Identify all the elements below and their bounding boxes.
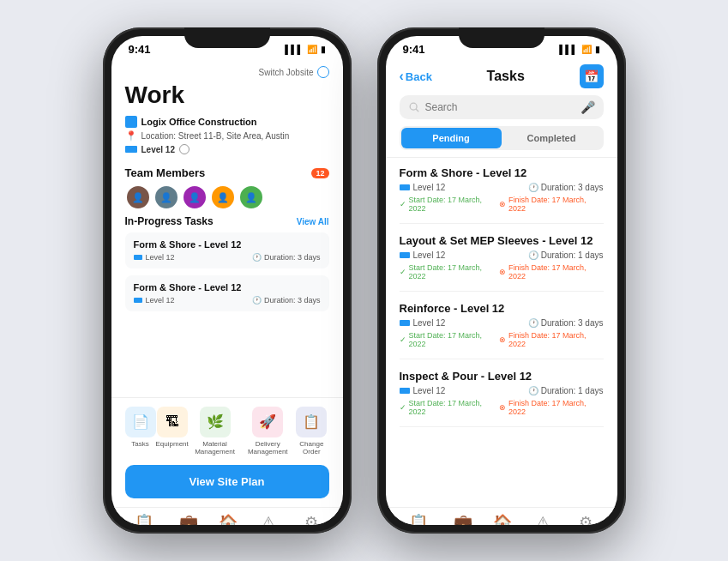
company-icon (125, 116, 137, 128)
tab-bar: Pending Completed (400, 126, 604, 150)
view-all-link[interactable]: View All (297, 217, 329, 226)
task-item-2-start: ✓ Start Date: 17 March, 2022 (400, 263, 500, 280)
action-tasks-label: Tasks (131, 440, 148, 449)
material-icon-box: 🌿 (200, 407, 231, 437)
task-item-4-finish-text: Finish Date: 17 March, 2022 (508, 399, 603, 416)
task-2-meta: Level 12 🕐 Duration: 3 days (134, 296, 321, 305)
avatar-4: 👤 (210, 184, 236, 210)
team-avatars: 👤 👤 👤 👤 👤 (125, 184, 329, 210)
issues-icon-2: ⚠ (536, 513, 550, 525)
nav-work-1[interactable]: 💼 Work (179, 513, 198, 525)
battery-icon-2: ▮ (595, 45, 600, 54)
nav-work-2[interactable]: 💼 Work (454, 513, 472, 525)
task-item-3-meta: Level 12 🕐 Duration: 3 days (400, 318, 604, 328)
clock-4: 🕐 (528, 250, 538, 260)
nav-issues-2[interactable]: ⚠ Issues (532, 513, 552, 525)
task-item-2[interactable]: Layout & Set MEP Sleeves - Level 12 Leve… (400, 234, 604, 292)
task-item-4-level: Level 12 (400, 386, 446, 395)
bottom-nav-1: 📋 Time Log 💼 Work 🏠 Home ⚠ Issues (111, 507, 343, 525)
search-bar[interactable]: 🎤 (400, 95, 604, 119)
task-item-1-level-text: Level 12 (413, 183, 446, 192)
action-equipment[interactable]: 🏗 Equipment (156, 407, 189, 456)
status-icons-1: ▌▌▌ 📶 ▮ (285, 45, 325, 54)
issues-icon-1: ⚠ (262, 513, 275, 525)
action-change-order-label: Change Order (294, 440, 328, 456)
change-order-icon-box: 📋 (296, 407, 327, 437)
action-change-order[interactable]: 📋 Change Order (294, 407, 328, 456)
inprogress-section: In-Progress Tasks View All Form & Shore … (111, 215, 343, 397)
nav-home-2[interactable]: 🏠 Home (493, 513, 512, 525)
nav-home-1[interactable]: 🏠 Home (219, 513, 238, 525)
task-item-3-start: ✓ Start Date: 17 March, 2022 (400, 331, 500, 348)
company-row: Logix Office Construction (125, 116, 329, 128)
finish-icon-2: ⊗ (499, 268, 506, 276)
location-row: 📍 Location: Street 11-B, Site Area, Aust… (125, 130, 329, 142)
equipment-icon-box: 🏗 (157, 407, 188, 437)
time-2: 9:41 (403, 43, 425, 56)
task-item-1-finish-text: Finish Date: 17 March, 2022 (508, 196, 603, 213)
refresh-small-icon[interactable] (179, 144, 190, 154)
task-2-duration-text: Duration: 3 days (264, 296, 321, 305)
tasks-title: Tasks (487, 69, 525, 84)
clock-3: 🕐 (528, 183, 538, 192)
task-item-3[interactable]: Reinforce - Level 12 Level 12 🕐 Duration… (400, 302, 604, 359)
calendar-button[interactable]: 📅 (580, 64, 604, 88)
task-item-2-finish: ⊗ Finish Date: 17 March, 2022 (499, 263, 603, 280)
scene: 9:41 ▌▌▌ 📶 ▮ Switch Jobsite Work Lo (86, 10, 643, 551)
delivery-icon-box: 🚀 (252, 407, 283, 437)
nav-issues-1[interactable]: ⚠ Issues (258, 513, 278, 525)
switch-jobsite-row[interactable]: Switch Jobsite (125, 66, 329, 78)
task-item-1-finish: ⊗ Finish Date: 17 March, 2022 (499, 196, 603, 213)
task-1-duration-text: Duration: 3 days (264, 253, 321, 262)
action-delivery-label: Delivery Management (241, 440, 294, 456)
nav-timelog-2[interactable]: 📋 Time Log (405, 513, 433, 525)
task-item-4[interactable]: Inspect & Pour - Level 12 Level 12 🕐 Dur… (400, 370, 604, 427)
task-2-level: Level 12 (134, 296, 175, 305)
search-input[interactable] (425, 101, 575, 113)
quick-actions: 📄 Tasks 🏗 Equipment 🌿 Material Managemen… (111, 397, 343, 465)
wifi-icon-2: 📶 (581, 45, 592, 54)
signal-icon: ▌▌▌ (285, 45, 303, 54)
work-icon-2: 💼 (454, 513, 472, 525)
nav-settings-1[interactable]: ⚙ Settings (298, 513, 323, 525)
task-item-4-level-text: Level 12 (413, 386, 446, 395)
task-item-1[interactable]: Form & Shore - Level 12 Level 12 🕐 Durat… (400, 166, 604, 224)
task-1-meta: Level 12 🕐 Duration: 3 days (134, 253, 321, 262)
level-icon-1 (134, 255, 142, 260)
task-item-3-level-text: Level 12 (413, 318, 446, 328)
task-1-duration: 🕐 Duration: 3 days (252, 253, 321, 262)
task-2-name: Form & Shore - Level 12 (134, 282, 321, 293)
timelog-icon-2: 📋 (409, 513, 428, 525)
calendar-icon: 📅 (584, 69, 599, 83)
view-site-plan-button[interactable]: View Site Plan (125, 465, 329, 498)
tab-completed[interactable]: Completed (502, 128, 602, 148)
inprogress-title: In-Progress Tasks (125, 215, 214, 227)
action-material-label: Material Management (189, 440, 242, 456)
phone-work: 9:41 ▌▌▌ 📶 ▮ Switch Jobsite Work Lo (103, 27, 352, 534)
settings-icon-2: ⚙ (579, 513, 593, 525)
task-item-2-meta: Level 12 🕐 Duration: 1 days (400, 250, 604, 260)
task-card-1[interactable]: Form & Shore - Level 12 Level 12 🕐 Durat… (125, 232, 329, 268)
nav-timelog-1[interactable]: 📋 Time Log (130, 513, 159, 525)
finish-icon-1: ⊗ (499, 200, 506, 208)
action-material[interactable]: 🌿 Material Management (189, 407, 242, 456)
task-item-3-finish: ⊗ Finish Date: 17 March, 2022 (499, 331, 603, 348)
back-button[interactable]: ‹ Back (400, 69, 432, 84)
finish-icon-3: ⊗ (499, 335, 506, 344)
task-item-3-finish-text: Finish Date: 17 March, 2022 (508, 331, 603, 348)
back-arrow-icon: ‹ (400, 69, 404, 84)
tab-pending[interactable]: Pending (401, 128, 502, 148)
microphone-icon[interactable]: 🎤 (581, 100, 595, 114)
tasks-list: Form & Shore - Level 12 Level 12 🕐 Durat… (386, 158, 617, 507)
avatar-3: 👤 (182, 184, 208, 210)
nav-settings-2[interactable]: ⚙ Settings (573, 513, 598, 525)
action-tasks[interactable]: 📄 Tasks (125, 407, 156, 456)
task-card-2[interactable]: Form & Shore - Level 12 Level 12 🕐 Durat… (125, 275, 329, 311)
search-icon (408, 101, 420, 113)
task-item-2-start-text: Start Date: 17 March, 2022 (409, 263, 500, 280)
team-count-badge: 12 (311, 168, 328, 178)
team-header: Team Members 12 (125, 166, 329, 179)
work-screen: 9:41 ▌▌▌ 📶 ▮ Switch Jobsite Work Lo (111, 36, 343, 525)
action-delivery[interactable]: 🚀 Delivery Management (241, 407, 294, 456)
task-item-1-duration: 🕐 Duration: 3 days (528, 183, 604, 192)
